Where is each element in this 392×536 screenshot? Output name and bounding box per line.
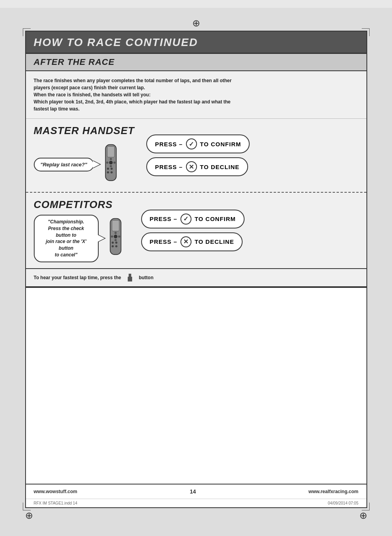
svg-point-5	[110, 158, 112, 160]
bottom-crosshairs: ⊕ ⊕	[25, 510, 367, 521]
svg-point-4	[113, 162, 116, 164]
bottom-note: To hear your fastest lap time, press the…	[26, 269, 366, 287]
footer-left-url: www.wowstuff.com	[34, 489, 77, 494]
master-decline-button: PRESS – TO DECLINE	[146, 157, 248, 176]
master-handset-section: MASTER HANDSET "Replay last race?"	[26, 119, 366, 193]
svg-point-19	[115, 242, 118, 244]
x-icon-comp	[180, 236, 191, 247]
competitor-decline-button: PRESS – TO DECLINE	[141, 232, 243, 251]
subtitle-section: AFTER THE RACE	[26, 54, 366, 71]
svg-point-6	[110, 165, 112, 168]
svg-point-21	[115, 245, 118, 248]
competitor-bubble: "Championship. Press the check button to…	[34, 215, 99, 262]
svg-point-10	[110, 171, 113, 173]
competitor-handset-svg	[102, 217, 129, 260]
svg-point-2	[109, 161, 112, 164]
competitor-left: COMPETITORS "Championship. Press the che…	[34, 199, 129, 262]
master-bubble: "Replay last race?"	[34, 158, 94, 171]
svg-point-17	[114, 239, 117, 241]
footer-page-number: 14	[190, 488, 196, 495]
master-buttons: PRESS – TO CONFIRM PRESS – TO DECLINE	[138, 134, 358, 176]
svg-point-7	[107, 168, 109, 170]
print-info-bar: RFX IM STAGE1.indd 14 04/09/2014 07:05	[26, 499, 366, 507]
svg-rect-1	[107, 146, 114, 157]
x-icon-master	[186, 161, 197, 172]
footer: www.wowstuff.com 14 www.realfxracing.com	[26, 484, 366, 499]
check-icon	[186, 138, 197, 149]
header-section: HOW TO RACE CONTINUED	[26, 31, 366, 54]
top-crosshair: ⊕	[25, 18, 367, 29]
print-info-left: RFX IM STAGE1.indd 14	[34, 501, 77, 505]
master-left: MASTER HANDSET "Replay last race?"	[34, 125, 135, 186]
competitor-section: COMPETITORS "Championship. Press the che…	[26, 193, 366, 269]
svg-point-16	[114, 232, 117, 234]
info-icon	[127, 274, 133, 282]
master-handset-svg	[97, 143, 125, 186]
outer-wrapper: ⊕ HOW TO RACE CONTINUED AFTER THE RACE T…	[0, 8, 392, 536]
master-title: MASTER HANDSET	[34, 125, 135, 137]
svg-point-14	[111, 236, 113, 238]
svg-point-15	[118, 236, 120, 238]
svg-point-8	[110, 168, 113, 170]
check-icon-comp	[180, 214, 191, 225]
white-section	[26, 287, 366, 484]
main-title: HOW TO RACE CONTINUED	[34, 36, 359, 49]
subtitle: AFTER THE RACE	[34, 57, 359, 67]
description-area: The race finishes when any player comple…	[26, 71, 366, 119]
competitor-title: COMPETITORS	[34, 199, 129, 211]
svg-point-18	[111, 242, 114, 244]
footer-right-url: www.realfxracing.com	[309, 489, 359, 494]
svg-point-20	[111, 245, 114, 248]
description-text: The race finishes when any player comple…	[34, 77, 359, 112]
competitor-confirm-button: PRESS – TO CONFIRM	[141, 210, 245, 228]
svg-point-3	[106, 162, 109, 164]
print-info-right: 04/09/2014 07:05	[328, 501, 359, 505]
bottom-note-text-before: To hear your fastest lap time, press the	[34, 275, 121, 280]
competitor-buttons: PRESS – TO CONFIRM PRESS – TO DECLINE	[133, 210, 359, 251]
master-confirm-button: PRESS – TO CONFIRM	[146, 134, 250, 153]
svg-point-9	[107, 171, 109, 173]
svg-rect-12	[112, 221, 119, 232]
svg-point-13	[114, 235, 117, 238]
page-container: HOW TO RACE CONTINUED AFTER THE RACE The…	[25, 31, 367, 508]
bottom-note-text-after: button	[139, 275, 153, 280]
